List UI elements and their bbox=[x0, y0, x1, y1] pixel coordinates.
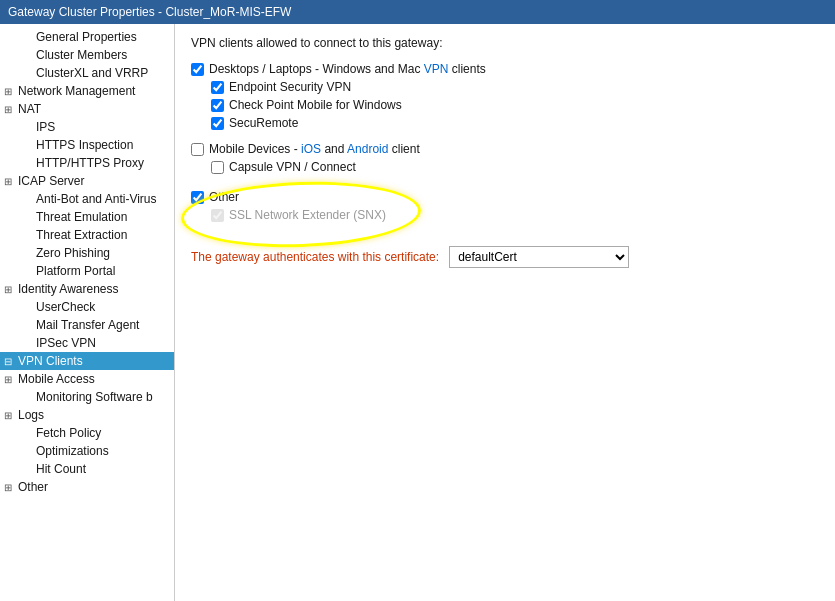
expand-icon: ⊞ bbox=[4, 410, 18, 421]
expand-icon: ⊞ bbox=[4, 104, 18, 115]
content-area: VPN clients allowed to connect to this g… bbox=[175, 24, 835, 601]
sidebar: General Properties Cluster Members Clust… bbox=[0, 24, 175, 601]
sidebar-item-logs[interactable]: ⊞ Logs bbox=[0, 406, 174, 424]
desktops-label: Desktops / Laptops - Windows and Mac VPN… bbox=[209, 62, 486, 76]
desktops-section: Desktops / Laptops - Windows and Mac VPN… bbox=[191, 62, 819, 130]
sidebar-item-mobile-access[interactable]: ⊞ Mobile Access bbox=[0, 370, 174, 388]
sidebar-label: ClusterXL and VRRP bbox=[36, 66, 148, 80]
securemote-row: SecuRemote bbox=[211, 116, 819, 130]
sidebar-label: VPN Clients bbox=[18, 354, 83, 368]
sidebar-label: Logs bbox=[18, 408, 44, 422]
sidebar-item-optimizations[interactable]: Optimizations bbox=[0, 442, 174, 460]
sidebar-label: IPSec VPN bbox=[36, 336, 96, 350]
sidebar-item-cluster-members[interactable]: Cluster Members bbox=[0, 46, 174, 64]
checkpoint-mobile-label: Check Point Mobile for Windows bbox=[229, 98, 402, 112]
other-checkbox[interactable] bbox=[191, 191, 204, 204]
sidebar-label: Threat Emulation bbox=[36, 210, 127, 224]
sidebar-item-nat[interactable]: ⊞ NAT bbox=[0, 100, 174, 118]
sidebar-label: UserCheck bbox=[36, 300, 95, 314]
sidebar-label: Monitoring Software b bbox=[36, 390, 153, 404]
sidebar-item-zero-phishing[interactable]: Zero Phishing bbox=[0, 244, 174, 262]
checkpoint-mobile-row: Check Point Mobile for Windows bbox=[211, 98, 819, 112]
sidebar-item-clusterxl[interactable]: ClusterXL and VRRP bbox=[0, 64, 174, 82]
desktops-row: Desktops / Laptops - Windows and Mac VPN… bbox=[191, 62, 819, 76]
sidebar-label: Cluster Members bbox=[36, 48, 127, 62]
sidebar-item-threat-emulation[interactable]: Threat Emulation bbox=[0, 208, 174, 226]
sidebar-item-fetch-policy[interactable]: Fetch Policy bbox=[0, 424, 174, 442]
sidebar-label: NAT bbox=[18, 102, 41, 116]
sidebar-item-https-inspection[interactable]: HTTPS Inspection bbox=[0, 136, 174, 154]
sidebar-item-usercheck[interactable]: UserCheck bbox=[0, 298, 174, 316]
sidebar-label: Identity Awareness bbox=[18, 282, 119, 296]
sidebar-label: HTTPS Inspection bbox=[36, 138, 133, 152]
vpn-title: VPN clients allowed to connect to this g… bbox=[191, 36, 819, 50]
sidebar-label: Hit Count bbox=[36, 462, 86, 476]
cert-section: The gateway authenticates with this cert… bbox=[191, 246, 819, 268]
mobile-devices-row: Mobile Devices - iOS and Android client bbox=[191, 142, 819, 156]
sidebar-label: Network Management bbox=[18, 84, 135, 98]
cert-select[interactable]: defaultCert cert2 cert3 bbox=[449, 246, 629, 268]
other-row: Other bbox=[191, 190, 386, 204]
securemote-label: SecuRemote bbox=[229, 116, 298, 130]
sidebar-item-http-proxy[interactable]: HTTP/HTTPS Proxy bbox=[0, 154, 174, 172]
sidebar-label: ICAP Server bbox=[18, 174, 84, 188]
mobile-devices-label: Mobile Devices - iOS and Android client bbox=[209, 142, 420, 156]
capsule-checkbox[interactable] bbox=[211, 161, 224, 174]
sidebar-label: HTTP/HTTPS Proxy bbox=[36, 156, 144, 170]
sidebar-item-mail-transfer[interactable]: Mail Transfer Agent bbox=[0, 316, 174, 334]
sidebar-item-ips[interactable]: IPS bbox=[0, 118, 174, 136]
title-bar: Gateway Cluster Properties - Cluster_MoR… bbox=[0, 0, 835, 24]
other-highlight-container: Other SSL Network Extender (SNX) bbox=[191, 190, 386, 226]
cert-text: The gateway authenticates with this cert… bbox=[191, 250, 439, 264]
capsule-label: Capsule VPN / Connect bbox=[229, 160, 356, 174]
securemote-checkbox[interactable] bbox=[211, 117, 224, 130]
sidebar-item-vpn-clients[interactable]: ⊟ VPN Clients bbox=[0, 352, 174, 370]
ssl-label: SSL Network Extender (SNX) bbox=[229, 208, 386, 222]
sidebar-item-icap-server[interactable]: ⊞ ICAP Server bbox=[0, 172, 174, 190]
sidebar-label: Other bbox=[18, 480, 48, 494]
sidebar-label: Fetch Policy bbox=[36, 426, 101, 440]
endpoint-label: Endpoint Security VPN bbox=[229, 80, 351, 94]
capsule-row: Capsule VPN / Connect bbox=[211, 160, 819, 174]
expand-icon: ⊞ bbox=[4, 374, 18, 385]
expand-icon: ⊞ bbox=[4, 482, 18, 493]
other-label: Other bbox=[209, 190, 239, 204]
sidebar-label: Zero Phishing bbox=[36, 246, 110, 260]
sidebar-label: Threat Extraction bbox=[36, 228, 127, 242]
mobile-section: Mobile Devices - iOS and Android client … bbox=[191, 142, 819, 174]
expand-icon: ⊞ bbox=[4, 284, 18, 295]
mobile-devices-checkbox[interactable] bbox=[191, 143, 204, 156]
expand-icon: ⊟ bbox=[4, 356, 18, 367]
sidebar-item-hit-count[interactable]: Hit Count bbox=[0, 460, 174, 478]
sidebar-item-ipsec-vpn[interactable]: IPSec VPN bbox=[0, 334, 174, 352]
sidebar-item-monitoring-software[interactable]: Monitoring Software b bbox=[0, 388, 174, 406]
sidebar-label: Anti-Bot and Anti-Virus bbox=[36, 192, 157, 206]
checkpoint-mobile-checkbox[interactable] bbox=[211, 99, 224, 112]
endpoint-row: Endpoint Security VPN bbox=[211, 80, 819, 94]
other-section: Other SSL Network Extender (SNX) bbox=[191, 186, 819, 226]
sidebar-item-general-properties[interactable]: General Properties bbox=[0, 28, 174, 46]
expand-icon: ⊞ bbox=[4, 86, 18, 97]
ssl-checkbox[interactable] bbox=[211, 209, 224, 222]
sidebar-label: Mobile Access bbox=[18, 372, 95, 386]
expand-icon: ⊞ bbox=[4, 176, 18, 187]
sidebar-item-other[interactable]: ⊞ Other bbox=[0, 478, 174, 496]
sidebar-item-threat-extraction[interactable]: Threat Extraction bbox=[0, 226, 174, 244]
endpoint-checkbox[interactable] bbox=[211, 81, 224, 94]
sidebar-item-platform-portal[interactable]: Platform Portal bbox=[0, 262, 174, 280]
sidebar-label: Optimizations bbox=[36, 444, 109, 458]
desktops-checkbox[interactable] bbox=[191, 63, 204, 76]
title-bar-label: Gateway Cluster Properties - Cluster_MoR… bbox=[8, 5, 291, 19]
sidebar-item-network-management[interactable]: ⊞ Network Management bbox=[0, 82, 174, 100]
sidebar-label: Platform Portal bbox=[36, 264, 115, 278]
sidebar-label: Mail Transfer Agent bbox=[36, 318, 139, 332]
ssl-row: SSL Network Extender (SNX) bbox=[211, 208, 386, 222]
sidebar-label: IPS bbox=[36, 120, 55, 134]
sidebar-item-anti-bot[interactable]: Anti-Bot and Anti-Virus bbox=[0, 190, 174, 208]
sidebar-label: General Properties bbox=[36, 30, 137, 44]
sidebar-item-identity-awareness[interactable]: ⊞ Identity Awareness bbox=[0, 280, 174, 298]
